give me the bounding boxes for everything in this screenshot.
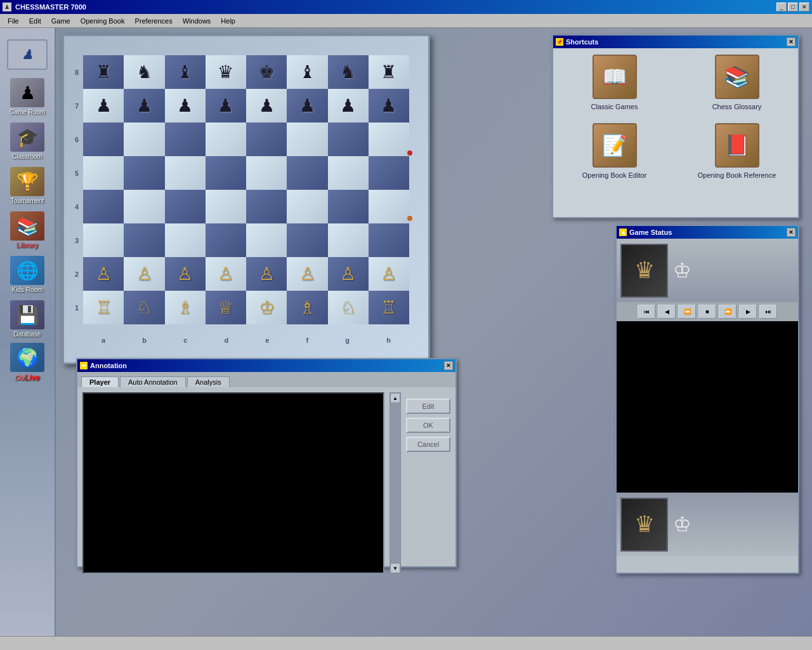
shortcut-chess-glossary[interactable]: 📚 Chess Glossary [682, 55, 792, 110]
chess-square-c2[interactable]: ♙ [165, 257, 206, 291]
chess-square-a7[interactable]: ♟ [83, 89, 124, 123]
chess-square-c8[interactable]: ♝ [165, 55, 206, 89]
chess-square-e6[interactable] [246, 123, 287, 156]
annotation-close-button[interactable]: ✕ [444, 361, 453, 370]
control-forward[interactable]: ⏩ [719, 305, 737, 319]
chess-square-e3[interactable] [246, 223, 287, 257]
chess-square-g3[interactable] [328, 223, 369, 257]
chess-square-b8[interactable]: ♞ [124, 55, 164, 89]
scroll-down-button[interactable]: ▼ [390, 563, 400, 573]
menu-opening-book[interactable]: Opening Book [75, 16, 130, 26]
menu-game[interactable]: Game [46, 16, 75, 26]
chess-square-d1[interactable]: ♕ [206, 291, 246, 324]
menu-file[interactable]: File [3, 16, 24, 26]
chess-square-b2[interactable]: ♙ [124, 257, 164, 291]
chess-board[interactable]: ♜ ♞ ♝ ♛ ♚ ♝ ♞ ♜ ♟ ♟ ♟ ♟ ♟ ♟ ♟ ♟ [83, 55, 409, 324]
menu-edit[interactable]: Edit [24, 16, 46, 26]
chess-square-d5[interactable] [206, 156, 246, 190]
maximize-button[interactable]: □ [788, 3, 798, 11]
chess-square-b3[interactable] [124, 223, 164, 257]
sidebar-item-logo[interactable]: ♟ [3, 30, 51, 74]
shortcuts-close-button[interactable]: ✕ [787, 37, 796, 46]
chess-square-f4[interactable] [287, 190, 327, 223]
menu-help[interactable]: Help [216, 16, 240, 26]
chess-square-f2[interactable]: ♙ [287, 257, 327, 291]
chess-square-a3[interactable] [83, 223, 124, 257]
chess-square-e8[interactable]: ♚ [246, 55, 287, 89]
chess-square-a5[interactable] [83, 156, 124, 190]
close-button[interactable]: ✕ [799, 3, 809, 11]
chess-square-c1[interactable]: ♗ [165, 291, 206, 324]
control-first[interactable]: ⏮ [638, 305, 655, 319]
chess-square-b7[interactable]: ♟ [124, 89, 164, 123]
chess-square-h3[interactable] [369, 223, 409, 257]
control-prev[interactable]: ◀ [658, 305, 676, 319]
chess-square-g5[interactable] [328, 156, 369, 190]
chess-square-h8[interactable]: ♜ [369, 55, 409, 89]
chess-square-g4[interactable] [328, 190, 369, 223]
chess-square-h4[interactable] [369, 190, 409, 223]
tab-analysis[interactable]: Analysis [187, 376, 230, 387]
control-stop[interactable]: ■ [698, 305, 716, 319]
scroll-up-button[interactable]: ▲ [390, 393, 400, 403]
chess-square-c3[interactable] [165, 223, 206, 257]
tab-auto-annotation[interactable]: Auto Annotation [120, 376, 186, 387]
chess-square-b5[interactable] [124, 156, 164, 190]
edit-button[interactable]: Edit [406, 399, 450, 414]
chess-square-a4[interactable] [83, 190, 124, 223]
chess-square-h5[interactable] [369, 156, 409, 190]
shortcut-opening-book-editor[interactable]: 📝 Opening Book Editor [560, 123, 669, 179]
control-last[interactable]: ⏭ [759, 305, 777, 319]
chess-square-b4[interactable] [124, 190, 164, 223]
sidebar-item-library[interactable]: 📚 Library [3, 208, 51, 251]
chess-square-g1[interactable]: ♘ [328, 291, 369, 324]
chess-square-a8[interactable]: ♜ [83, 55, 124, 89]
chess-square-h7[interactable]: ♟ [369, 89, 409, 123]
chess-square-b6[interactable] [124, 123, 164, 156]
chess-square-h2[interactable]: ♙ [369, 257, 409, 291]
chess-square-e7[interactable]: ♟ [246, 89, 287, 123]
sidebar-item-classroom[interactable]: 🎓 Classroom [3, 119, 51, 162]
control-next[interactable]: ▶ [739, 305, 757, 319]
chess-square-f7[interactable]: ♟ [287, 89, 327, 123]
chess-square-c7[interactable]: ♟ [165, 89, 206, 123]
chess-square-d4[interactable] [206, 190, 246, 223]
sidebar-item-database[interactable]: 💾 Database [3, 297, 51, 340]
shortcut-classic-games[interactable]: 📖 Classic Games [560, 55, 669, 110]
chess-square-f8[interactable]: ♝ [287, 55, 327, 89]
chess-square-e4[interactable] [246, 190, 287, 223]
game-status-close-button[interactable]: ✕ [787, 228, 796, 237]
sidebar-item-tournament[interactable]: 🏆 Tournament [3, 164, 51, 207]
chess-square-g2[interactable]: ♙ [328, 257, 369, 291]
tab-player[interactable]: Player [81, 376, 119, 387]
annotation-text-area[interactable] [82, 392, 384, 574]
chess-square-f1[interactable]: ♗ [287, 291, 327, 324]
chess-square-e2[interactable]: ♙ [246, 257, 287, 291]
chess-square-h1[interactable]: ♖ [369, 291, 409, 324]
chess-square-g8[interactable]: ♞ [328, 55, 369, 89]
chess-square-f5[interactable] [287, 156, 327, 190]
chess-square-d3[interactable] [206, 223, 246, 257]
chess-square-g7[interactable]: ♟ [328, 89, 369, 123]
chess-square-c6[interactable] [165, 123, 206, 156]
cancel-button[interactable]: Cancel [406, 437, 450, 452]
chess-square-d8[interactable]: ♛ [206, 55, 246, 89]
chess-square-a2[interactable]: ♙ [83, 257, 124, 291]
chess-square-b1[interactable]: ♘ [124, 291, 164, 324]
chess-square-d6[interactable] [206, 123, 246, 156]
ok-button[interactable]: OK [406, 418, 450, 433]
chess-square-f3[interactable] [287, 223, 327, 257]
sidebar-item-game-room[interactable]: ♟ Game Room [3, 75, 51, 118]
menu-preferences[interactable]: Preferences [129, 16, 177, 26]
chess-square-e1[interactable]: ♔ [246, 291, 287, 324]
chess-square-f6[interactable] [287, 123, 327, 156]
chess-square-g6[interactable] [328, 123, 369, 156]
chess-square-h6[interactable] [369, 123, 409, 156]
chess-square-a1[interactable]: ♖ [83, 291, 124, 324]
menu-windows[interactable]: Windows [178, 16, 216, 26]
chess-square-c4[interactable] [165, 190, 206, 223]
sidebar-item-kids-room[interactable]: 🌐 Kids Room [3, 253, 51, 296]
chess-square-c5[interactable] [165, 156, 206, 190]
chess-square-a6[interactable] [83, 123, 124, 156]
chess-square-d2[interactable]: ♙ [206, 257, 246, 291]
